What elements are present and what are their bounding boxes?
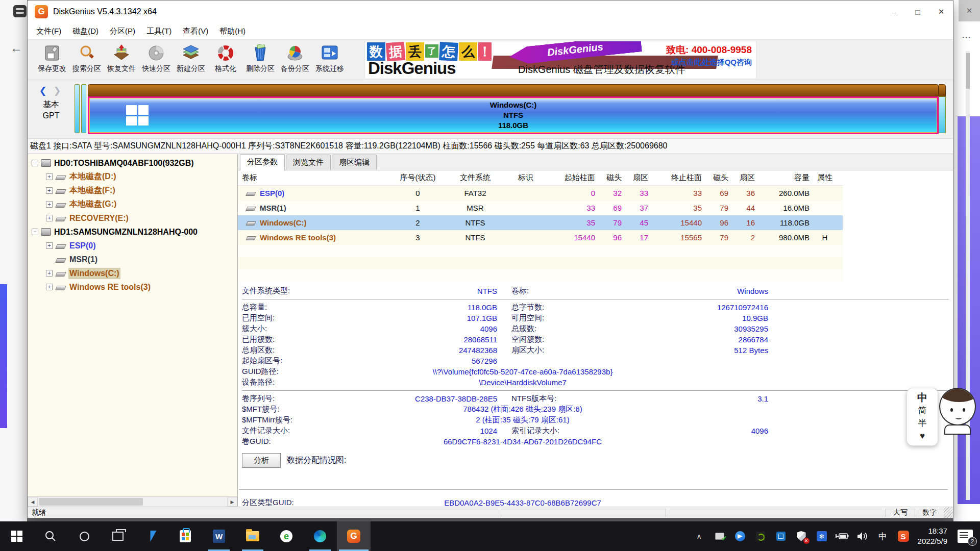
close-button[interactable]: ✕ bbox=[929, 1, 953, 23]
ime-mode-zh[interactable]: 中 bbox=[917, 391, 927, 404]
ime-simplified[interactable]: 简 bbox=[918, 404, 927, 417]
edge-button[interactable] bbox=[303, 521, 337, 551]
windows-c-partition-block[interactable]: Windows(C:) NTFS 118.0GB bbox=[88, 96, 939, 134]
tray-driver-utility[interactable]: ✔ bbox=[709, 521, 730, 551]
expand-toggle-icon[interactable]: + bbox=[46, 215, 53, 221]
diskgenius-taskbar-button[interactable]: G bbox=[337, 521, 371, 551]
tree-item-local-f[interactable]: + 本地磁盘(F:) bbox=[28, 184, 237, 197]
re-tools-partition-block[interactable] bbox=[939, 84, 946, 133]
pie-layers-icon bbox=[285, 43, 305, 63]
expand-toggle-icon[interactable]: + bbox=[46, 284, 53, 290]
expand-toggle-icon[interactable]: + bbox=[46, 201, 53, 208]
menu-partition[interactable]: 分区(P) bbox=[104, 24, 141, 38]
minimize-button[interactable]: – bbox=[883, 1, 906, 23]
analyze-button[interactable]: 分析 bbox=[242, 453, 281, 468]
table-row-msr[interactable]: MSR(1) 1 MSR 33 69 37 35 79 44 16.0MB bbox=[238, 201, 843, 215]
tree-item-esp[interactable]: + ESP(0) bbox=[28, 239, 237, 253]
save-icon bbox=[42, 43, 62, 63]
save-changes-button[interactable]: 保存更改 bbox=[35, 43, 69, 80]
collapse-toggle-icon[interactable]: − bbox=[32, 229, 38, 235]
expand-toggle-icon[interactable]: + bbox=[46, 270, 53, 277]
partition-icon bbox=[55, 176, 66, 180]
snowflake-icon: ❄ bbox=[817, 531, 827, 541]
folder-icon bbox=[246, 531, 259, 541]
tray-overflow-chevron[interactable]: ∧ bbox=[689, 521, 709, 551]
tray-nvidia[interactable] bbox=[750, 521, 771, 551]
table-row-windows-re[interactable]: Windows RE tools(3) 3 NTFS 15440 96 17 1… bbox=[238, 230, 843, 245]
taskbar-search-button[interactable] bbox=[34, 521, 67, 551]
tree-item-windows-re[interactable]: + Windows RE tools(3) bbox=[28, 280, 237, 294]
menu-help[interactable]: 帮助(H) bbox=[214, 24, 251, 38]
empty-table-row bbox=[238, 245, 843, 257]
scroll-left-icon[interactable]: ◀ bbox=[28, 497, 38, 507]
msr-partition-block[interactable] bbox=[81, 84, 86, 133]
prev-disk-arrow-icon[interactable]: ❮ bbox=[39, 86, 48, 96]
tree-item-local-d[interactable]: + 本地磁盘(D:) bbox=[28, 170, 237, 184]
tray-security[interactable]: ✕ bbox=[791, 521, 812, 551]
tree-item-hd1[interactable]: − HD1:SAMSUNGMZNLN128HAHQ-000 bbox=[28, 225, 237, 239]
scrollbar-thumb[interactable] bbox=[39, 498, 143, 506]
ad-logo-text: DiskGenius bbox=[368, 59, 456, 78]
scroll-right-icon[interactable]: ▶ bbox=[227, 497, 237, 507]
microsoft-store-button[interactable] bbox=[168, 521, 202, 551]
search-partition-button[interactable]: 搜索分区 bbox=[69, 43, 104, 80]
ime-halfwidth[interactable]: 半 bbox=[918, 417, 927, 430]
menu-disk[interactable]: 磁盘(D) bbox=[67, 24, 104, 38]
tree-item-msr[interactable]: MSR(1) bbox=[28, 253, 237, 266]
ad-phone-number: 致电: 400-008-9958 bbox=[666, 43, 752, 57]
esp-partition-block[interactable] bbox=[75, 84, 80, 133]
sogou-icon: S bbox=[898, 531, 909, 542]
tray-snowflake-app[interactable]: ❄ bbox=[812, 521, 832, 551]
expand-toggle-icon[interactable]: + bbox=[46, 173, 53, 180]
table-row-esp[interactable]: ESP(0) 0 FAT32 0 32 33 33 69 36 260.0MB bbox=[238, 186, 843, 201]
table-row-windows-c-selected[interactable]: Windows(C:) 2 NTFS 35 79 45 15440 96 16 … bbox=[238, 215, 843, 230]
window-title: DiskGenius V5.4.3.1342 x64 bbox=[53, 7, 157, 16]
tree-item-local-g[interactable]: + 本地磁盘(G:) bbox=[28, 197, 237, 211]
expand-toggle-icon[interactable]: + bbox=[46, 187, 53, 194]
tree-horizontal-scrollbar[interactable]: ◀ ▶ bbox=[28, 496, 237, 507]
file-explorer-button[interactable] bbox=[236, 521, 270, 551]
partition-detail-panel: 分区参数 浏览文件 扇区编辑 卷标 序号(状态) 文件系统 标识 起始柱面 磁头… bbox=[238, 154, 953, 507]
cortana-button[interactable] bbox=[67, 521, 101, 551]
tray-volume[interactable] bbox=[852, 521, 873, 551]
backup-partition-button[interactable]: 备份分区 bbox=[278, 43, 312, 80]
tray-power[interactable] bbox=[832, 521, 852, 551]
tray-intel-graphics[interactable] bbox=[771, 521, 791, 551]
ad-banner[interactable]: 数 据 丢 了 怎 么 ！ DiskGenius 致电: 400-008-995… bbox=[364, 41, 756, 79]
word-taskbar-button[interactable]: W bbox=[202, 521, 236, 551]
expand-toggle-icon[interactable]: + bbox=[46, 242, 53, 249]
taskbar-clock[interactable]: 18:37 2022/5/9 bbox=[914, 526, 953, 546]
pinned-app-bolt[interactable] bbox=[135, 521, 168, 551]
tree-item-hd0[interactable]: − HD0:TOSHIBAMQ04ABF100(932GB) bbox=[28, 156, 237, 170]
format-button[interactable]: 格式化 bbox=[208, 43, 243, 80]
resize-grip[interactable] bbox=[944, 507, 953, 518]
collapse-toggle-icon[interactable]: − bbox=[32, 160, 38, 166]
tab-partition-params[interactable]: 分区参数 bbox=[240, 154, 285, 170]
menu-view[interactable]: 查看(V) bbox=[177, 24, 214, 38]
tab-sector-edit[interactable]: 扇区编辑 bbox=[332, 155, 377, 170]
menu-tools[interactable]: 工具(T) bbox=[141, 24, 177, 38]
maximize-button[interactable]: □ bbox=[906, 1, 929, 23]
tray-feishu[interactable] bbox=[730, 521, 750, 551]
start-button[interactable] bbox=[0, 521, 34, 551]
quick-partition-button[interactable]: 快速分区 bbox=[139, 43, 174, 80]
recover-files-button[interactable]: 恢复文件 bbox=[104, 43, 139, 80]
tree-item-windows-c[interactable]: + Windows(C:) bbox=[28, 266, 237, 280]
cortana-icon bbox=[80, 532, 89, 541]
new-partition-button[interactable]: 新建分区 bbox=[174, 43, 208, 80]
delete-partition-button[interactable]: 删除分区 bbox=[243, 43, 278, 80]
system-migrate-button[interactable]: 系统迁移 bbox=[312, 43, 347, 80]
browser-360-button[interactable]: e bbox=[270, 521, 303, 551]
status-capslock: 大写 bbox=[886, 508, 915, 517]
heart-icon[interactable]: ♥ bbox=[920, 430, 925, 442]
tree-item-recovery-e[interactable]: + RECOVERY(E:) bbox=[28, 211, 237, 225]
task-view-button[interactable] bbox=[101, 521, 135, 551]
ime-floating-bar[interactable]: 中 简 半 ♥ bbox=[906, 388, 938, 446]
action-center-button[interactable]: 2 bbox=[953, 521, 977, 551]
menu-file[interactable]: 文件(F) bbox=[31, 24, 67, 38]
disk-style-label: 基本 bbox=[28, 99, 75, 110]
next-disk-arrow-icon[interactable]: ❯ bbox=[54, 86, 63, 96]
tray-sogou[interactable]: S bbox=[893, 521, 914, 551]
tray-ime-indicator[interactable]: 中 bbox=[873, 521, 893, 551]
tab-browse-files[interactable]: 浏览文件 bbox=[286, 155, 331, 170]
